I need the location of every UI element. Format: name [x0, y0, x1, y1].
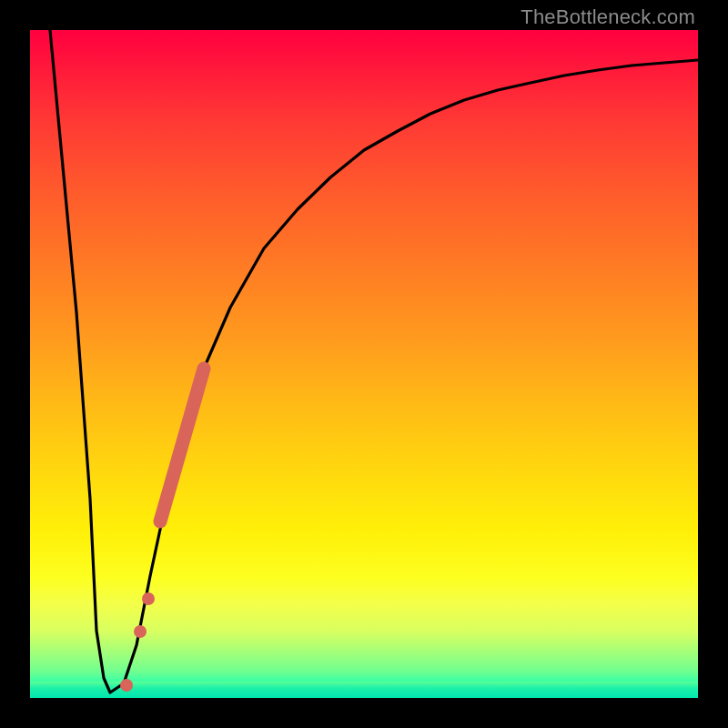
curve-layer	[30, 30, 698, 698]
marker-dot-2	[134, 625, 147, 638]
marker-dot-1	[142, 592, 155, 605]
plot-area	[30, 30, 698, 698]
marker-dot-3	[120, 679, 133, 692]
watermark-text: TheBottleneck.com	[521, 5, 695, 29]
chart-frame: TheBottleneck.com	[0, 0, 728, 728]
highlight-segment-icon	[160, 369, 204, 521]
